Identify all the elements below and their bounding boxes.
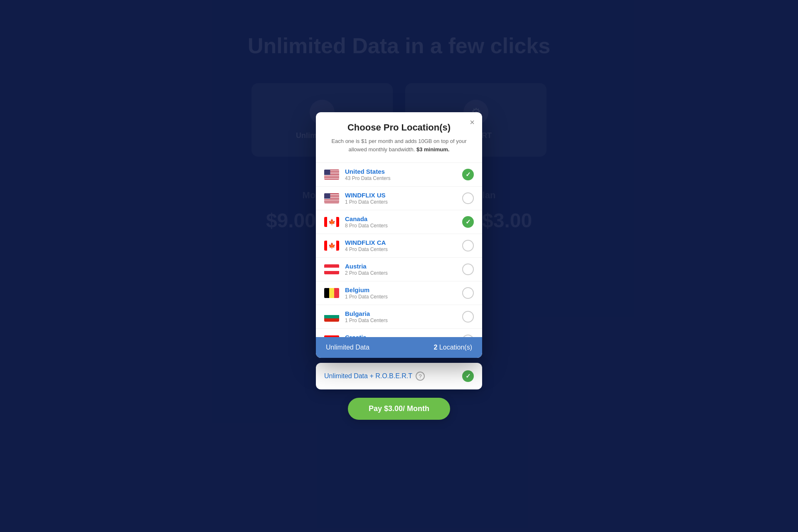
location-name-windflix-ca: WINDFLIX CA <box>345 239 456 246</box>
svg-rect-4 <box>324 175 339 176</box>
location-name-windflix-us: WINDFLIX US <box>345 192 456 199</box>
svg-rect-6 <box>324 178 339 179</box>
location-checkbox-bg[interactable] <box>462 311 474 323</box>
footer-count-num: 2 <box>433 344 437 351</box>
location-item-bg[interactable]: Bulgaria1 Pro Data Centers <box>316 305 482 329</box>
svg-rect-15 <box>324 202 339 202</box>
location-centers-ca: 8 Pro Data Centers <box>345 223 456 229</box>
svg-rect-19 <box>324 217 328 227</box>
location-item-us[interactable]: ★ United States43 Pro Data Centers✓ <box>316 163 482 187</box>
choose-location-modal: × Choose Pro Location(s) Each one is $1 … <box>316 112 482 358</box>
location-centers-at: 2 Pro Data Centers <box>345 270 456 276</box>
location-item-windflix-ca[interactable]: 🍁 WINDFLIX CA4 Pro Data Centers <box>316 234 482 258</box>
svg-rect-24 <box>335 241 339 251</box>
flag-bg <box>324 312 339 322</box>
svg-rect-14 <box>324 200 339 201</box>
location-item-be[interactable]: Belgium1 Pro Data Centers <box>316 281 482 305</box>
location-name-bg: Bulgaria <box>345 310 456 317</box>
svg-rect-10 <box>324 194 339 195</box>
help-icon[interactable]: ? <box>416 372 425 381</box>
svg-rect-7 <box>324 170 330 175</box>
location-info-bg: Bulgaria1 Pro Data Centers <box>345 310 456 323</box>
location-name-hr: Croatia <box>345 334 456 337</box>
location-info-at: Austria2 Pro Data Centers <box>345 263 456 276</box>
svg-text:🍁: 🍁 <box>329 242 335 249</box>
svg-rect-11 <box>324 196 339 197</box>
location-info-windflix-ca: WINDFLIX CA4 Pro Data Centers <box>345 239 456 252</box>
robert-checkbox[interactable]: ✓ <box>462 370 474 382</box>
location-name-us: United States <box>345 168 456 175</box>
check-icon: ✓ <box>466 171 471 178</box>
robert-check-icon: ✓ <box>466 372 471 380</box>
location-checkbox-ca[interactable]: ✓ <box>462 216 474 228</box>
location-info-us: United States43 Pro Data Centers <box>345 168 456 181</box>
flag-us: ★ <box>324 170 339 180</box>
robert-label-text: Unlimited Data + R.O.B.E.R.T <box>324 372 412 380</box>
svg-text:★: ★ <box>326 195 329 198</box>
footer-label: Unlimited Data <box>326 344 369 351</box>
flag-ca: 🍁 <box>324 241 339 251</box>
location-centers-windflix-ca: 4 Pro Data Centers <box>345 246 456 252</box>
svg-text:🍁: 🍁 <box>329 219 335 225</box>
svg-rect-23 <box>324 241 328 251</box>
close-button[interactable]: × <box>470 118 475 126</box>
modal-subtitle: Each one is $1 per month and adds 10GB o… <box>326 137 472 153</box>
location-centers-windflix-us: 1 Pro Data Centers <box>345 199 456 205</box>
location-item-windflix-us[interactable]: ★ WINDFLIX US1 Pro Data Centers <box>316 187 482 210</box>
flag-at <box>324 264 339 274</box>
svg-rect-5 <box>324 177 339 177</box>
location-checkbox-at[interactable] <box>462 264 474 275</box>
location-centers-us: 43 Pro Data Centers <box>345 175 456 181</box>
location-checkbox-hr[interactable] <box>462 335 474 337</box>
svg-rect-3 <box>324 173 339 174</box>
svg-rect-32 <box>324 315 339 318</box>
svg-rect-28 <box>324 288 329 298</box>
modal-header: × Choose Pro Location(s) Each one is $1 … <box>316 112 482 157</box>
location-item-hr[interactable]: Croatia1 Pro Data Centers <box>316 329 482 337</box>
modal-subtitle-bold: $3 minimum. <box>416 146 449 153</box>
location-checkbox-windflix-us[interactable] <box>462 192 474 204</box>
flag-ca: 🍁 <box>324 217 339 227</box>
svg-rect-1 <box>324 170 339 171</box>
location-list: ★ United States43 Pro Data Centers✓ ★ WI… <box>316 163 482 337</box>
flag-us: ★ <box>324 193 339 203</box>
modal-overlay: × Choose Pro Location(s) Each one is $1 … <box>0 0 798 532</box>
location-name-be: Belgium <box>345 286 456 293</box>
location-checkbox-be[interactable] <box>462 287 474 299</box>
robert-card[interactable]: Unlimited Data + R.O.B.E.R.T ? ✓ <box>316 363 482 389</box>
robert-label: Unlimited Data + R.O.B.E.R.T ? <box>324 372 425 381</box>
modal-footer-bar: Unlimited Data 2 Location(s) <box>316 337 482 358</box>
pay-button[interactable]: Pay $3.00/ Month <box>348 398 450 420</box>
location-name-at: Austria <box>345 263 456 270</box>
location-info-ca: Canada8 Pro Data Centers <box>345 215 456 229</box>
svg-rect-13 <box>324 199 339 200</box>
check-icon: ✓ <box>466 218 471 226</box>
location-info-windflix-us: WINDFLIX US1 Pro Data Centers <box>345 192 456 205</box>
flag-be <box>324 288 339 298</box>
svg-rect-16 <box>324 193 330 199</box>
location-info-hr: Croatia1 Pro Data Centers <box>345 334 456 337</box>
location-checkbox-windflix-ca[interactable] <box>462 240 474 251</box>
svg-rect-30 <box>334 288 339 298</box>
svg-rect-2 <box>324 172 339 173</box>
svg-rect-12 <box>324 197 339 198</box>
flag-hr <box>324 335 339 337</box>
svg-rect-34 <box>324 335 339 337</box>
location-checkbox-us[interactable]: ✓ <box>462 169 474 180</box>
svg-text:★: ★ <box>326 171 329 175</box>
footer-count-label2: Location(s) <box>439 344 472 351</box>
location-name-ca: Canada <box>345 215 456 222</box>
svg-rect-33 <box>324 318 339 322</box>
location-item-at[interactable]: Austria2 Pro Data Centers <box>316 258 482 281</box>
location-centers-bg: 1 Pro Data Centers <box>345 318 456 323</box>
svg-rect-27 <box>324 268 339 271</box>
modal-wrapper: × Choose Pro Location(s) Each one is $1 … <box>316 112 482 420</box>
modal-title: Choose Pro Location(s) <box>326 122 472 133</box>
location-centers-be: 1 Pro Data Centers <box>345 294 456 300</box>
footer-count: 2 Location(s) <box>433 344 472 351</box>
location-item-ca[interactable]: 🍁 Canada8 Pro Data Centers✓ <box>316 210 482 234</box>
svg-rect-29 <box>329 288 334 298</box>
location-info-be: Belgium1 Pro Data Centers <box>345 286 456 300</box>
svg-rect-20 <box>335 217 339 227</box>
